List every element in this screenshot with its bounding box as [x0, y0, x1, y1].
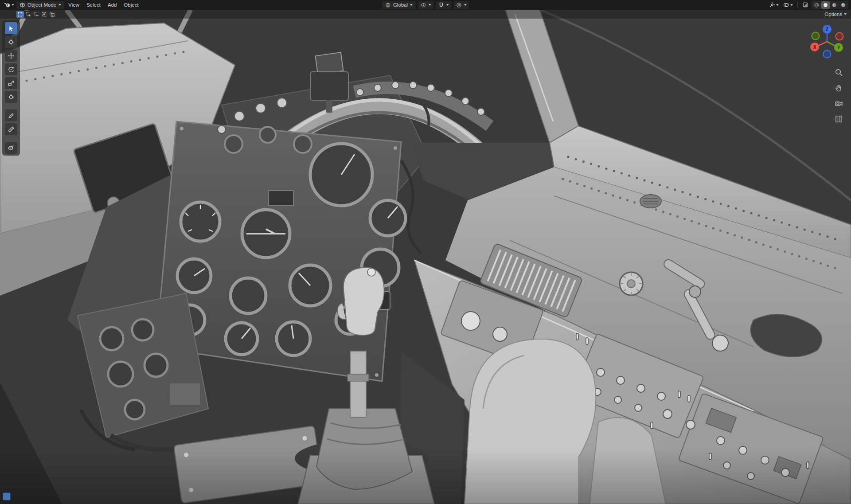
ortho-toggle-button[interactable]	[834, 114, 843, 124]
pan-button[interactable]	[834, 83, 843, 93]
tool-select-box[interactable]	[5, 22, 17, 34]
instrument-panel	[156, 98, 421, 381]
gizmo-z-label: Z	[826, 27, 828, 32]
cursor-icon	[8, 39, 15, 46]
menu-object[interactable]: Object	[121, 1, 141, 8]
select-mode-new[interactable]	[16, 11, 24, 18]
menu-view[interactable]: View	[65, 1, 82, 8]
select-mode-extend[interactable]	[24, 11, 32, 18]
scale-icon	[8, 80, 15, 87]
hand-icon	[835, 84, 843, 92]
tool-settings-bar: Options	[0, 10, 851, 19]
gizmo-axis-y-neg[interactable]	[812, 32, 820, 40]
chevron-down-icon	[12, 4, 14, 6]
add-cube-icon	[8, 145, 15, 152]
editor-type-button[interactable]	[3, 1, 16, 9]
tool-measure[interactable]	[5, 123, 17, 135]
select-subtract-icon	[34, 12, 39, 17]
orientation-label: Global	[393, 2, 408, 8]
tool-cursor[interactable]	[5, 36, 17, 48]
zoom-button[interactable]	[834, 67, 843, 77]
navigation-gizmo[interactable]: Z Y X	[808, 23, 846, 60]
blender-icon	[4, 2, 11, 8]
select-intersect-icon	[50, 12, 55, 17]
magnet-icon	[438, 2, 444, 8]
select-mode-invert[interactable]	[40, 11, 48, 18]
panel-placard	[269, 191, 293, 206]
shading-mode-group	[812, 1, 848, 9]
viewport-canvas[interactable]	[0, 10, 851, 504]
chevron-down-icon	[464, 4, 467, 6]
select-box-icon	[8, 25, 15, 32]
toolbar	[2, 20, 20, 156]
select-invert-icon	[42, 12, 47, 17]
chevron-down-icon	[59, 4, 61, 6]
chevron-down-icon	[844, 13, 847, 15]
xray-toggle[interactable]	[801, 1, 810, 8]
overlays-icon	[783, 2, 789, 8]
snap-dropdown[interactable]	[436, 1, 451, 9]
cockpit-model	[0, 10, 851, 504]
pivot-icon	[421, 2, 426, 8]
proportional-edit-icon	[456, 2, 462, 8]
gizmo-axis-z-neg[interactable]	[824, 51, 831, 58]
xray-icon	[802, 2, 808, 8]
show-gizmos-dropdown[interactable]	[768, 1, 780, 8]
tool-move[interactable]	[5, 50, 17, 62]
menu-select[interactable]: Select	[83, 1, 104, 8]
tool-add-cube[interactable]	[5, 142, 17, 154]
proportional-edit-dropdown[interactable]	[454, 1, 469, 9]
transform-icon	[8, 94, 15, 101]
shading-material-button[interactable]	[830, 1, 839, 9]
tool-scale[interactable]	[5, 77, 17, 89]
solid-sphere-icon	[823, 2, 828, 8]
ortho-grid-icon	[835, 115, 843, 123]
show-overlays-dropdown[interactable]	[782, 1, 794, 8]
wireframe-sphere-icon	[814, 2, 820, 8]
tool-annotate[interactable]	[5, 109, 17, 121]
chevron-down-icon	[446, 4, 449, 6]
separator	[797, 2, 798, 8]
camera-icon	[835, 99, 843, 108]
select-mode-group	[16, 11, 56, 18]
gizmos-icon	[769, 2, 775, 8]
camera-view-button[interactable]	[834, 98, 843, 108]
chevron-down-icon	[410, 4, 413, 6]
tool-transform[interactable]	[5, 91, 17, 103]
select-extend-icon	[26, 12, 31, 17]
tool-rotate[interactable]	[5, 63, 17, 75]
select-mode-subtract[interactable]	[32, 11, 40, 18]
annotate-pencil-icon	[8, 112, 15, 119]
viewport-header: Object Mode View Select Add Object Globa…	[0, 0, 851, 10]
move-icon	[8, 52, 15, 59]
floor-shadow	[0, 449, 851, 504]
view-controls	[834, 67, 843, 124]
mode-dropdown[interactable]: Object Mode	[16, 1, 64, 9]
rendered-sphere-icon	[840, 2, 846, 8]
chevron-down-icon	[776, 4, 779, 6]
chevron-down-icon	[429, 4, 431, 6]
gizmo-x-label: X	[813, 45, 816, 50]
pivot-point-dropdown[interactable]	[418, 1, 433, 9]
rotate-icon	[8, 66, 15, 73]
globe-icon	[385, 2, 391, 8]
object-mode-icon	[20, 2, 25, 8]
operator-panel-collapsed[interactable]	[3, 492, 11, 500]
material-sphere-icon	[831, 2, 837, 8]
options-label: Options	[824, 12, 842, 17]
mode-label: Object Mode	[27, 2, 56, 8]
shading-rendered-button[interactable]	[839, 1, 847, 9]
options-dropdown[interactable]: Options	[824, 12, 847, 17]
gizmo-y-label: Y	[837, 45, 840, 50]
chevron-down-icon	[790, 4, 793, 6]
gizmo-axis-x-neg[interactable]	[836, 33, 843, 40]
shading-solid-button[interactable]	[821, 1, 830, 9]
transform-orientation-dropdown[interactable]: Global	[382, 1, 416, 9]
shading-wireframe-button[interactable]	[812, 1, 821, 9]
zoom-icon	[835, 68, 843, 77]
select-new-icon	[18, 12, 23, 17]
menu-add[interactable]: Add	[105, 1, 120, 8]
select-mode-intersect[interactable]	[48, 11, 56, 18]
measure-ruler-icon	[8, 126, 15, 133]
